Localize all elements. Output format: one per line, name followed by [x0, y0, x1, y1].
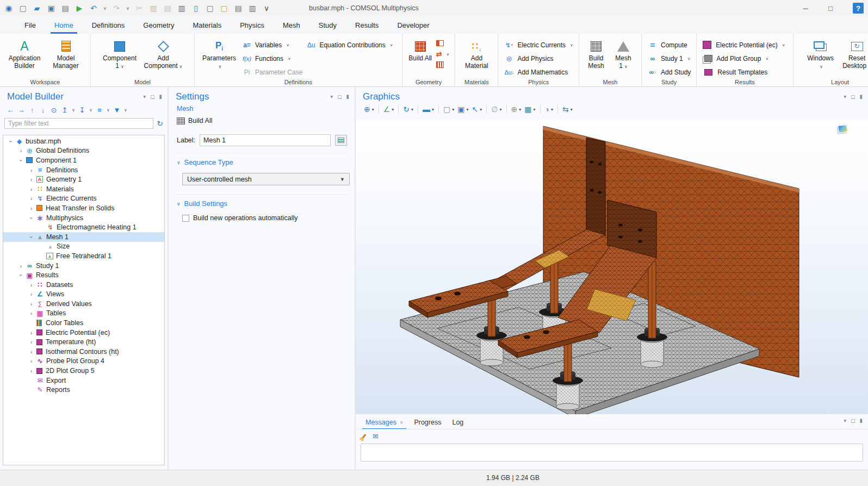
color-palette-icon[interactable]: ◑▾	[543, 103, 555, 115]
copy-icon[interactable]: ▥	[148, 2, 159, 14]
tree-item-temperature-ht-[interactable]: ›Temperature (ht)	[3, 337, 164, 347]
chevron-down-icon[interactable]: ▾	[467, 107, 469, 112]
study-1-button[interactable]: ∞Study 1∨	[647, 52, 691, 65]
preview-icon[interactable]: ▥	[247, 2, 258, 14]
chevron-down-icon[interactable]: ▾	[500, 107, 502, 112]
maximize-icon[interactable]: □	[818, 0, 843, 16]
close-tab-icon[interactable]: ×	[400, 419, 403, 426]
rename-button[interactable]	[335, 135, 347, 146]
expander-icon[interactable]: ›	[8, 137, 14, 145]
sequence-type-select[interactable]: User-controlled mesh ▼	[182, 173, 350, 185]
forward-icon[interactable]: →	[16, 104, 26, 115]
expander-icon[interactable]: ›	[27, 167, 35, 173]
float-panel-icon[interactable]: ◻	[150, 94, 154, 99]
chevron-down-icon[interactable]: ∨	[123, 104, 128, 116]
menu-tab-home[interactable]: Home	[45, 16, 83, 34]
back-icon[interactable]: ←	[5, 104, 15, 115]
add-study-button[interactable]: ∞↓Add Study	[647, 66, 691, 78]
go-to-view-icon[interactable]: ∠▾	[382, 103, 396, 115]
windows-button[interactable]: Windows∨	[804, 38, 837, 70]
zoom-to-selection-icon[interactable]: ▤	[233, 2, 244, 14]
electric-currents-button[interactable]: ↯+Electric Currents∨	[504, 39, 573, 51]
expander-icon[interactable]: ›	[27, 339, 35, 345]
collapse-all-icon[interactable]: ↧	[77, 104, 87, 115]
float-panel-icon[interactable]: ◻	[337, 94, 342, 99]
redo-icon[interactable]: ↷	[111, 2, 122, 14]
expander-icon[interactable]: ›	[27, 291, 35, 297]
tree-item-results[interactable]: ›Results	[3, 270, 164, 280]
help-button[interactable]: ?	[853, 3, 864, 14]
tree-item-tables[interactable]: ›Tables	[3, 309, 164, 319]
hide-objects-icon[interactable]: ∅▾	[489, 103, 503, 115]
minimize-icon[interactable]: ─	[793, 0, 818, 16]
tree-item-size[interactable]: Size	[3, 242, 164, 252]
menu-tab-geometry[interactable]: Geometry	[134, 16, 183, 34]
chevron-down-icon[interactable]: ∨	[106, 104, 111, 116]
menu-tab-results[interactable]: Results	[346, 16, 388, 34]
refresh-icon[interactable]: ↻	[157, 119, 163, 128]
reset-desktop-button[interactable]: ↻ Reset Desktop∨	[840, 38, 868, 70]
tree-item-isothermal-contours-ht-[interactable]: ›Isothermal Contours (ht)	[3, 347, 164, 357]
pin-panel-icon[interactable]: ▮	[346, 94, 349, 99]
chevron-down-icon[interactable]: ∨	[71, 104, 76, 116]
add-component-button[interactable]: Add Component∨	[142, 38, 184, 70]
chevron-down-icon[interactable]: ▾	[411, 107, 413, 112]
expander-icon[interactable]: ›	[27, 358, 35, 364]
pin-panel-icon[interactable]: ▮	[859, 94, 863, 99]
tree-item-electric-potential-ec-[interactable]: ›Electric Potential (ec)	[3, 328, 164, 338]
tree-item-views[interactable]: ›Views	[3, 290, 164, 300]
menu-tab-file[interactable]: File	[15, 16, 45, 34]
tree-item-electric-currents[interactable]: ›Electric Currents	[3, 194, 164, 204]
save-icon[interactable]: ▣	[46, 2, 57, 14]
add-material-button[interactable]: ∷↓ Add Material	[461, 38, 492, 70]
filter-input[interactable]	[4, 118, 153, 129]
customize-icon[interactable]: ∨	[261, 2, 272, 14]
chevron-down-icon[interactable]: ▾	[480, 107, 482, 112]
expander-icon[interactable]: ›	[27, 186, 35, 192]
clear-messages-icon[interactable]	[362, 434, 367, 439]
chevron-down-icon[interactable]: ▾	[534, 107, 536, 112]
select-frame-icon[interactable]: ▢	[204, 2, 215, 14]
menu-tab-study[interactable]: Study	[309, 16, 346, 34]
tab-progress[interactable]: Progress	[411, 419, 449, 429]
undo-icon[interactable]: ↶	[88, 2, 99, 14]
tree-item-materials[interactable]: ›Materials	[3, 184, 164, 194]
mesh-1-button[interactable]: Mesh 1∨	[611, 38, 636, 70]
tree-item-color-tables[interactable]: Color Tables	[3, 318, 164, 328]
chevron-down-icon[interactable]: ∨	[102, 2, 108, 14]
menu-tab-materials[interactable]: Materials	[183, 16, 231, 34]
menu-tab-mesh[interactable]: Mesh	[274, 16, 309, 34]
panel-menu-icon[interactable]: ▾	[330, 94, 333, 99]
application-builder-button[interactable]: A Application Builder	[5, 38, 44, 70]
tree-item-multiphysics[interactable]: ›Multiphysics	[3, 213, 164, 223]
build-all-geometry-button[interactable]: Build All	[408, 38, 433, 63]
expander-icon[interactable]: ›	[27, 176, 35, 183]
move-up-icon[interactable]: ↑	[27, 104, 37, 115]
show-icon[interactable]: ⊙	[49, 104, 59, 115]
save-as-icon[interactable]: ▤	[60, 2, 71, 14]
chevron-down-icon[interactable]: ▾	[372, 107, 374, 112]
tab-log[interactable]: Log	[449, 419, 471, 429]
open-icon[interactable]: ▰	[32, 2, 42, 14]
float-panel-icon[interactable]: ◻	[851, 418, 855, 423]
expander-icon[interactable]: ›	[28, 214, 35, 222]
build-settings-section-header[interactable]: ∨ Build Settings	[177, 200, 347, 208]
tree-item-component-1[interactable]: ›Component 1	[3, 155, 164, 165]
tree-item-2d-plot-group-5[interactable]: ›2D Plot Group 5	[3, 366, 164, 376]
grid-icon[interactable]: ▦▾	[523, 103, 537, 115]
float-panel-icon[interactable]: ◻	[851, 94, 855, 99]
tree-item-study-1[interactable]: ›Study 1	[3, 261, 164, 271]
graphics-canvas[interactable]	[356, 121, 868, 414]
expander-icon[interactable]: ›	[18, 156, 24, 164]
select-pointer-icon[interactable]: ↖▾	[470, 103, 484, 115]
expander-icon[interactable]: ›	[27, 348, 35, 355]
build-mesh-button[interactable]: Build Mesh	[585, 38, 607, 70]
cut-icon[interactable]: ✂	[134, 2, 145, 14]
expander-icon[interactable]: ›	[27, 310, 35, 316]
sequence-type-section-header[interactable]: ∨ Sequence Type	[177, 158, 347, 166]
panel-menu-icon[interactable]: ▾	[844, 418, 846, 423]
chevron-down-icon[interactable]: ▾	[452, 107, 454, 112]
panel-menu-icon[interactable]: ▾	[143, 94, 146, 99]
rotate-icon[interactable]: ↻▾	[401, 103, 415, 115]
menu-tab-developer[interactable]: Developer	[388, 16, 438, 34]
